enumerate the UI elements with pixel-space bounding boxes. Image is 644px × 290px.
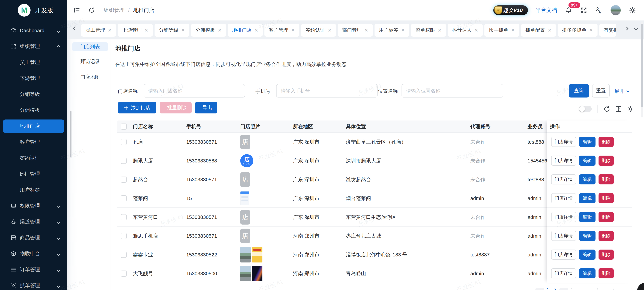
tab-close-icon[interactable]: ✕ xyxy=(401,28,405,33)
submenu-item-门店地图[interactable]: 门店地图 xyxy=(72,73,108,82)
expand-link[interactable]: 展开 xyxy=(614,88,629,95)
pagination-prev-button[interactable] xyxy=(536,288,544,290)
pagination-jump-input[interactable] xyxy=(614,288,632,290)
sidebar-item-员工管理[interactable]: 员工管理 xyxy=(0,54,67,70)
store-detail-button[interactable]: 门店详情 xyxy=(551,268,576,278)
menu-fold-icon[interactable] xyxy=(74,7,80,14)
tabs-dropdown-icon[interactable] xyxy=(634,27,637,30)
sub-sidebar-scrollbar[interactable] xyxy=(70,111,72,158)
fullscreen-icon[interactable] xyxy=(580,7,587,14)
settings-gear-icon[interactable] xyxy=(628,6,636,14)
page-scrollbar[interactable] xyxy=(641,22,643,118)
tab-close-icon[interactable]: ✕ xyxy=(364,28,368,33)
batch-delete-button[interactable]: 批量删除 xyxy=(160,102,192,114)
tab-抖音达人[interactable]: 抖音达人✕ xyxy=(448,24,482,36)
store-detail-button[interactable]: 门店详情 xyxy=(551,250,576,260)
breadcrumb-section[interactable]: 组织管理 xyxy=(104,7,124,14)
sidebar-item-物联中台[interactable]: 物联中台 xyxy=(0,246,67,262)
delete-button[interactable]: 删除 xyxy=(598,250,614,260)
tab-拼多多抓单[interactable]: 拼多多抓单✕ xyxy=(558,24,597,36)
sidebar-item-部门管理[interactable]: 部门管理 xyxy=(0,166,67,182)
sidebar-item-抓单管理[interactable]: 抓单管理 xyxy=(0,278,67,290)
pagination-page-1[interactable]: 1 xyxy=(547,288,556,290)
delete-button[interactable]: 删除 xyxy=(598,174,614,184)
edit-button[interactable]: 编辑 xyxy=(579,156,596,166)
store-detail-button[interactable]: 门店详情 xyxy=(551,193,576,203)
sidebar-item-渠道管理[interactable]: 渠道管理 xyxy=(0,214,67,230)
location-name-input[interactable] xyxy=(402,84,503,98)
export-button[interactable]: 导出 xyxy=(195,102,217,114)
tab-close-icon[interactable]: ✕ xyxy=(108,28,112,33)
tab-close-icon[interactable]: ✕ xyxy=(218,28,222,33)
edit-button[interactable]: 编辑 xyxy=(579,193,596,203)
tabs-scroll-right-icon[interactable] xyxy=(625,27,628,30)
delete-button[interactable]: 删除 xyxy=(598,137,614,147)
store-detail-button[interactable]: 门店详情 xyxy=(551,137,576,147)
tab-close-icon[interactable]: ✕ xyxy=(548,28,552,33)
sidebar-item-客户管理[interactable]: 客户管理 xyxy=(0,134,67,150)
store-name-input[interactable] xyxy=(144,84,245,98)
add-store-button[interactable]: 添加门店 xyxy=(118,102,156,114)
row-checkbox[interactable] xyxy=(121,170,127,189)
row-checkbox[interactable] xyxy=(121,226,127,245)
store-photo-road[interactable] xyxy=(240,247,251,262)
store-detail-button[interactable]: 门店详情 xyxy=(551,212,576,222)
user-avatar[interactable] xyxy=(610,5,621,16)
notification-bell[interactable]: 99+ xyxy=(565,6,572,14)
delete-button[interactable]: 删除 xyxy=(598,193,614,203)
tab-close-icon[interactable]: ✕ xyxy=(328,28,332,33)
tab-地推门店[interactable]: 地推门店✕ xyxy=(228,24,262,36)
tab-close-icon[interactable]: ✕ xyxy=(254,28,258,33)
tab-部门管理[interactable]: 部门管理✕ xyxy=(338,24,372,36)
store-detail-button[interactable]: 门店详情 xyxy=(551,156,576,166)
tab-close-icon[interactable]: ✕ xyxy=(511,28,515,33)
edit-button[interactable]: 编辑 xyxy=(579,212,596,222)
tab-close-icon[interactable]: ✕ xyxy=(144,28,148,33)
logo[interactable]: M 开发版 xyxy=(0,0,67,20)
select-all-checkbox[interactable] xyxy=(121,120,127,132)
edit-button[interactable]: 编辑 xyxy=(579,268,596,278)
sidebar-item-用户标签[interactable]: 用户标签 xyxy=(0,182,67,198)
edit-button[interactable]: 编辑 xyxy=(579,174,596,184)
tab-分佣模板[interactable]: 分佣模板✕ xyxy=(191,24,226,36)
tab-close-icon[interactable]: ✕ xyxy=(291,28,295,33)
row-height-icon[interactable] xyxy=(615,106,622,113)
reset-button[interactable]: 重置 xyxy=(592,84,610,98)
store-photo-flyer[interactable] xyxy=(252,247,262,262)
submenu-item-门店列表[interactable]: 门店列表 xyxy=(72,42,108,51)
table-refresh-icon[interactable] xyxy=(604,106,610,113)
phone-input[interactable] xyxy=(276,84,378,98)
edit-button[interactable]: 编辑 xyxy=(579,231,596,241)
edit-button[interactable]: 编辑 xyxy=(579,137,596,147)
tab-客户管理[interactable]: 客户管理✕ xyxy=(264,24,299,36)
row-checkbox[interactable] xyxy=(121,132,127,152)
delete-button[interactable]: 删除 xyxy=(598,156,614,166)
row-checkbox[interactable] xyxy=(121,152,127,170)
tab-抓单配置[interactable]: 抓单配置✕ xyxy=(521,24,556,36)
sidebar-item-组织管理[interactable]: 组织管理 xyxy=(0,38,67,54)
tab-快手抓单[interactable]: 快手抓单✕ xyxy=(484,24,519,36)
tab-菜单权限[interactable]: 菜单权限✕ xyxy=(411,24,446,36)
sidebar-item-分佣模板[interactable]: 分佣模板 xyxy=(0,102,67,118)
sidebar-item-签约认证[interactable]: 签约认证 xyxy=(0,150,67,166)
delete-button[interactable]: 删除 xyxy=(598,212,614,222)
refresh-icon[interactable] xyxy=(88,7,95,14)
store-photo-night[interactable] xyxy=(252,266,262,281)
edit-button[interactable]: 编辑 xyxy=(579,250,596,260)
platform-docs-link[interactable]: 平台文档 xyxy=(536,6,557,14)
tab-close-icon[interactable]: ✕ xyxy=(181,28,185,33)
sidebar-item-订单管理[interactable]: 订单管理 xyxy=(0,262,67,278)
sidebar-item-Dashboard[interactable]: Dashboard xyxy=(0,22,67,38)
tabs-scroll-left-icon[interactable] xyxy=(74,27,76,30)
sidebar-item-权限管理[interactable]: 权限管理 xyxy=(0,198,67,214)
delete-button[interactable]: 删除 xyxy=(598,231,614,241)
delete-button[interactable]: 删除 xyxy=(598,268,614,278)
tab-有赞抓[interactable]: 有赞抓 xyxy=(599,24,616,36)
submenu-item-拜访记录[interactable]: 拜访记录 xyxy=(72,57,108,66)
tab-close-icon[interactable]: ✕ xyxy=(589,28,593,33)
search-button[interactable]: 查询 xyxy=(569,84,589,98)
row-checkbox[interactable] xyxy=(121,208,127,226)
store-photo-road[interactable] xyxy=(240,266,251,281)
translate-icon[interactable]: 文A xyxy=(595,6,603,14)
vip-badge[interactable]: ♕ 超会V10 xyxy=(493,5,528,15)
